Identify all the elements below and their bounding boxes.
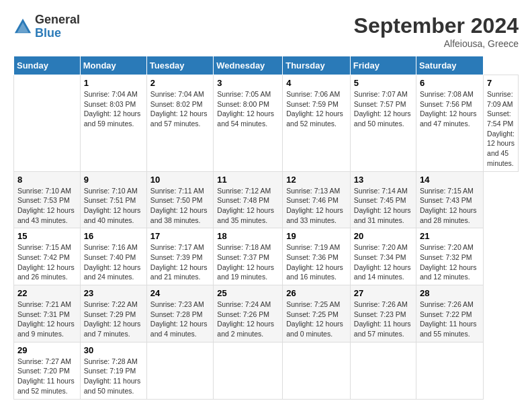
day-info: Sunrise: 7:15 AMSunset: 7:43 PMDaylight:…	[420, 186, 480, 226]
calendar-cell: 25Sunrise: 7:24 AMSunset: 7:26 PMDayligh…	[214, 285, 283, 342]
calendar-cell	[416, 342, 483, 399]
calendar-cell: 10Sunrise: 7:11 AMSunset: 7:50 PMDayligh…	[146, 171, 214, 228]
logo: General Blue	[13, 13, 80, 40]
day-info: Sunrise: 7:20 AMSunset: 7:32 PMDaylight:…	[420, 242, 480, 282]
month-title: September 2024	[354, 13, 519, 38]
calendar-cell: 18Sunrise: 7:18 AMSunset: 7:37 PMDayligh…	[214, 228, 283, 285]
calendar-cell: 29Sunrise: 7:27 AMSunset: 7:20 PMDayligh…	[14, 342, 81, 399]
calendar-cell: 26Sunrise: 7:25 AMSunset: 7:25 PMDayligh…	[283, 285, 351, 342]
day-info: Sunrise: 7:15 AMSunset: 7:42 PMDaylight:…	[17, 242, 77, 282]
day-number: 29	[17, 345, 77, 355]
calendar-cell: 8Sunrise: 7:10 AMSunset: 7:53 PMDaylight…	[14, 171, 81, 228]
day-info: Sunrise: 7:18 AMSunset: 7:37 PMDaylight:…	[217, 242, 279, 282]
day-info: Sunrise: 7:08 AMSunset: 7:56 PMDaylight:…	[420, 89, 480, 129]
day-number: 21	[420, 231, 480, 241]
calendar-week-row: 22Sunrise: 7:21 AMSunset: 7:31 PMDayligh…	[14, 285, 519, 342]
day-number: 19	[286, 231, 347, 241]
day-number: 10	[150, 175, 210, 185]
day-number: 18	[217, 231, 279, 241]
day-info: Sunrise: 7:17 AMSunset: 7:39 PMDaylight:…	[150, 242, 210, 282]
calendar-cell: 4Sunrise: 7:06 AMSunset: 7:59 PMDaylight…	[283, 75, 351, 172]
calendar-cell: 12Sunrise: 7:13 AMSunset: 7:46 PMDayligh…	[283, 171, 351, 228]
day-number: 12	[286, 175, 347, 185]
day-number: 4	[286, 78, 347, 88]
calendar-cell: 27Sunrise: 7:26 AMSunset: 7:23 PMDayligh…	[350, 285, 416, 342]
day-info: Sunrise: 7:12 AMSunset: 7:48 PMDaylight:…	[217, 186, 279, 226]
day-number: 13	[354, 175, 412, 185]
calendar-cell: 21Sunrise: 7:20 AMSunset: 7:32 PMDayligh…	[416, 228, 483, 285]
day-number: 15	[17, 231, 77, 241]
day-number: 17	[150, 231, 210, 241]
calendar-cell: 28Sunrise: 7:26 AMSunset: 7:22 PMDayligh…	[416, 285, 483, 342]
calendar-cell: 30Sunrise: 7:28 AMSunset: 7:19 PMDayligh…	[80, 342, 146, 399]
calendar-cell: 2Sunrise: 7:04 AMSunset: 8:02 PMDaylight…	[146, 75, 214, 172]
calendar-cell	[283, 342, 351, 399]
day-number: 16	[84, 231, 143, 241]
location: Alfeiousa, Greece	[354, 38, 519, 49]
day-info: Sunrise: 7:11 AMSunset: 7:50 PMDaylight:…	[150, 186, 210, 226]
day-info: Sunrise: 7:26 AMSunset: 7:23 PMDaylight:…	[354, 300, 412, 339]
day-number: 22	[17, 288, 77, 298]
calendar-cell: 3Sunrise: 7:05 AMSunset: 8:00 PMDaylight…	[214, 75, 283, 172]
day-info: Sunrise: 7:19 AMSunset: 7:36 PMDaylight:…	[286, 242, 347, 282]
logo-icon	[13, 17, 32, 36]
calendar-cell: 19Sunrise: 7:19 AMSunset: 7:36 PMDayligh…	[283, 228, 351, 285]
day-number: 20	[354, 231, 412, 241]
calendar-cell: 6Sunrise: 7:08 AMSunset: 7:56 PMDaylight…	[416, 75, 483, 172]
day-info: Sunrise: 7:07 AMSunset: 7:57 PMDaylight:…	[354, 89, 412, 129]
weekday-header-row: SundayMondayTuesdayWednesdayThursdayFrid…	[14, 56, 519, 75]
calendar-week-row: 29Sunrise: 7:27 AMSunset: 7:20 PMDayligh…	[14, 342, 519, 399]
day-number: 28	[420, 288, 480, 298]
logo-blue-text: Blue	[35, 27, 80, 40]
day-number: 30	[84, 345, 143, 355]
weekday-header: Tuesday	[146, 56, 214, 75]
calendar-cell: 11Sunrise: 7:12 AMSunset: 7:48 PMDayligh…	[214, 171, 283, 228]
day-number: 26	[286, 288, 347, 298]
day-info: Sunrise: 7:09 AMSunset: 7:54 PMDaylight:…	[487, 89, 515, 169]
day-info: Sunrise: 7:27 AMSunset: 7:20 PMDaylight:…	[17, 357, 77, 396]
day-info: Sunrise: 7:22 AMSunset: 7:29 PMDaylight:…	[84, 300, 143, 339]
day-number: 2	[150, 78, 210, 88]
day-number: 1	[84, 78, 143, 88]
day-number: 8	[17, 175, 77, 185]
calendar-cell: 20Sunrise: 7:20 AMSunset: 7:34 PMDayligh…	[350, 228, 416, 285]
day-info: Sunrise: 7:23 AMSunset: 7:28 PMDaylight:…	[150, 300, 210, 339]
calendar-cell: 5Sunrise: 7:07 AMSunset: 7:57 PMDaylight…	[350, 75, 416, 172]
calendar-cell: 23Sunrise: 7:22 AMSunset: 7:29 PMDayligh…	[80, 285, 146, 342]
weekday-header: Thursday	[283, 56, 351, 75]
calendar-cell: 13Sunrise: 7:14 AMSunset: 7:45 PMDayligh…	[350, 171, 416, 228]
day-number: 24	[150, 288, 210, 298]
day-info: Sunrise: 7:13 AMSunset: 7:46 PMDaylight:…	[286, 186, 347, 226]
day-info: Sunrise: 7:04 AMSunset: 8:02 PMDaylight:…	[150, 89, 210, 129]
calendar-cell: 22Sunrise: 7:21 AMSunset: 7:31 PMDayligh…	[14, 285, 81, 342]
calendar-cell: 9Sunrise: 7:10 AMSunset: 7:51 PMDaylight…	[80, 171, 146, 228]
weekday-header: Friday	[350, 56, 416, 75]
day-number: 14	[420, 175, 480, 185]
day-info: Sunrise: 7:26 AMSunset: 7:22 PMDaylight:…	[420, 300, 480, 339]
weekday-header: Sunday	[14, 56, 81, 75]
calendar-cell	[214, 342, 283, 399]
day-number: 7	[487, 78, 515, 88]
calendar-cell	[146, 342, 214, 399]
day-number: 9	[84, 175, 143, 185]
day-number: 5	[354, 78, 412, 88]
day-number: 25	[217, 288, 279, 298]
calendar-cell: 16Sunrise: 7:16 AMSunset: 7:40 PMDayligh…	[80, 228, 146, 285]
day-info: Sunrise: 7:14 AMSunset: 7:45 PMDaylight:…	[354, 186, 412, 226]
calendar-week-row: 8Sunrise: 7:10 AMSunset: 7:53 PMDaylight…	[14, 171, 519, 228]
calendar-cell: 1Sunrise: 7:04 AMSunset: 8:03 PMDaylight…	[80, 75, 146, 172]
calendar-cell: 15Sunrise: 7:15 AMSunset: 7:42 PMDayligh…	[14, 228, 81, 285]
title-area: September 2024 Alfeiousa, Greece	[354, 13, 519, 49]
header: General Blue September 2024 Alfeiousa, G…	[13, 13, 519, 49]
calendar-table: SundayMondayTuesdayWednesdayThursdayFrid…	[13, 56, 519, 400]
calendar-week-row: 1Sunrise: 7:04 AMSunset: 8:03 PMDaylight…	[14, 75, 519, 172]
day-number: 23	[84, 288, 143, 298]
day-info: Sunrise: 7:10 AMSunset: 7:51 PMDaylight:…	[84, 186, 143, 226]
calendar-cell	[350, 342, 416, 399]
day-number: 11	[217, 175, 279, 185]
day-info: Sunrise: 7:20 AMSunset: 7:34 PMDaylight:…	[354, 242, 412, 282]
day-info: Sunrise: 7:10 AMSunset: 7:53 PMDaylight:…	[17, 186, 77, 226]
day-info: Sunrise: 7:21 AMSunset: 7:31 PMDaylight:…	[17, 300, 77, 339]
day-info: Sunrise: 7:16 AMSunset: 7:40 PMDaylight:…	[84, 242, 143, 282]
day-number: 3	[217, 78, 279, 88]
